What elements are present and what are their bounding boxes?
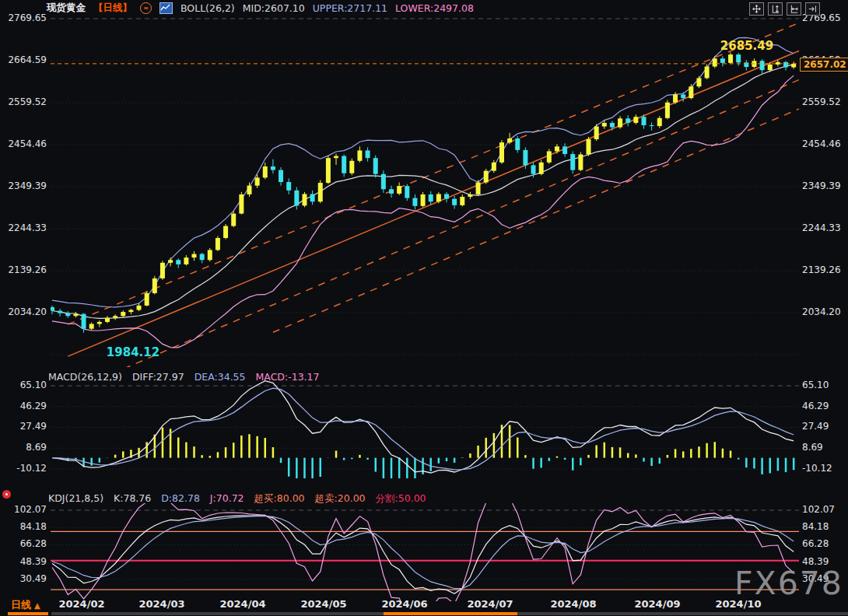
- chart-toolbar: [749, 2, 820, 16]
- kdj-k-value: K:78.76: [114, 492, 151, 506]
- macd-axis-label: 8.69: [0, 442, 47, 453]
- trading-chart-app: 现货黄金 【日线】 ≡ BOLL(26,2) MID:2607.10 UPPER…: [0, 0, 848, 616]
- kdj-axis-label: 102.07: [0, 504, 47, 515]
- shift-right-icon[interactable]: [805, 2, 820, 16]
- price-axis-label: 2139.26: [802, 264, 847, 275]
- triangle-up-icon: ▲: [34, 601, 40, 610]
- pan-icon[interactable]: [749, 2, 764, 16]
- macd-axis-label: 27.49: [0, 421, 47, 432]
- current-price-badge: 2657.02: [800, 58, 848, 72]
- x-axis-date-label: 2024/06: [377, 598, 433, 610]
- price-axis-label: 2034.20: [0, 306, 47, 317]
- kdj-oversold-value: 超卖:20.00: [315, 492, 366, 506]
- price-axis-label: 2349.39: [802, 180, 847, 191]
- kdj-axis-label: 84.18: [802, 521, 847, 532]
- watermark: FX678: [734, 565, 843, 602]
- timeframe-selector[interactable]: 【日线】: [93, 2, 132, 15]
- kdj-axis-label: 48.39: [0, 556, 47, 567]
- kdj-divider-value: 分割:50.00: [376, 492, 426, 506]
- chart-canvas[interactable]: [0, 0, 848, 616]
- macd-indicator-label: MACD(26,12,9): [48, 371, 122, 383]
- boll-indicator-label: BOLL(26,2): [180, 2, 235, 14]
- price-axis-label: 2139.26: [0, 264, 47, 275]
- price-axis-label: 2559.52: [802, 96, 847, 107]
- kdj-axis-label: 30.49: [0, 573, 47, 584]
- macd-axis-label: 46.29: [0, 401, 47, 411]
- macd-axis-label: 27.49: [802, 421, 847, 432]
- x-axis-date-label: 2024/08: [545, 598, 601, 610]
- kdj-d-value: D:82.78: [161, 492, 200, 506]
- price-axis-label: 2244.33: [802, 222, 847, 233]
- indicator-alert-icon[interactable]: [2, 490, 11, 499]
- price-axis-label: 2454.46: [802, 138, 847, 149]
- macd-axis-label: 65.10: [802, 380, 847, 390]
- high-price-annotation: 2685.49: [704, 39, 790, 53]
- price-axis-label: 2559.52: [0, 96, 47, 107]
- macd-axis-label: -10.12: [802, 463, 847, 474]
- price-axis-label: 2349.39: [0, 180, 47, 191]
- macd-axis-label: 65.10: [0, 380, 47, 390]
- macd-axis-label: 8.69: [802, 442, 847, 453]
- price-axis-label: 2244.33: [0, 222, 47, 233]
- x-axis-date-label: 2024/02: [54, 598, 110, 610]
- kdj-axis-label: 102.07: [802, 504, 847, 515]
- kdj-axis-label: 66.28: [802, 538, 847, 549]
- macd-axis-label: 46.29: [802, 401, 847, 411]
- boll-mid-value: MID:2607.10: [243, 2, 305, 14]
- kdj-indicator-label: KDJ(21,8,5): [48, 492, 103, 506]
- timeframe-tab[interactable]: 日线▲: [11, 598, 40, 612]
- macd-diff-value: DIFF:27.97: [132, 371, 184, 383]
- boll-lower-value: LOWER:2497.08: [395, 2, 474, 14]
- scrollbar-thumb[interactable]: [384, 612, 517, 615]
- macd-header: MACD(26,12,9) DIFF:27.97 DEA:34.55 MACD:…: [48, 371, 320, 383]
- indicator-chart-icon[interactable]: [159, 2, 173, 14]
- kdj-overbought-value: 超买:80.00: [254, 492, 305, 506]
- zoom-y-axis-icon[interactable]: [768, 2, 783, 16]
- low-price-annotation: 1984.12: [98, 345, 168, 359]
- timeframe-tab-underline: [8, 612, 48, 615]
- chart-header: 现货黄金 【日线】 ≡ BOLL(26,2) MID:2607.10 UPPER…: [47, 2, 474, 15]
- x-axis-date-label: 2024/03: [134, 598, 190, 610]
- symbol-name: 现货黄金: [47, 2, 86, 15]
- macd-dea-value: DEA:34.55: [194, 371, 246, 383]
- x-axis-date-label: 2024/07: [462, 598, 518, 610]
- kdj-axis-label: 66.28: [0, 538, 47, 549]
- price-axis-label: 2769.65: [0, 12, 47, 23]
- kdj-header: KDJ(21,8,5) K:78.76 D:82.78 J:70.72 超买:8…: [48, 492, 426, 506]
- x-axis-date-label: 2024/04: [215, 598, 271, 610]
- macd-value: MACD:-13.17: [256, 371, 320, 383]
- timeframe-menu-icon[interactable]: ≡: [140, 2, 152, 14]
- boll-upper-value: UPPER:2717.11: [313, 2, 387, 14]
- kdj-axis-label: 84.18: [0, 521, 47, 532]
- price-axis-label: 2034.20: [802, 306, 847, 317]
- price-axis-label: 2664.59: [0, 54, 47, 65]
- price-axis-label: 2454.46: [0, 138, 47, 149]
- zoom-x-axis-icon[interactable]: [787, 2, 801, 16]
- macd-axis-label: -10.12: [0, 463, 47, 474]
- x-axis-date-label: 2024/05: [296, 598, 352, 610]
- kdj-j-value: J:70.72: [210, 492, 244, 506]
- x-axis-date-label: 2024/09: [629, 598, 685, 610]
